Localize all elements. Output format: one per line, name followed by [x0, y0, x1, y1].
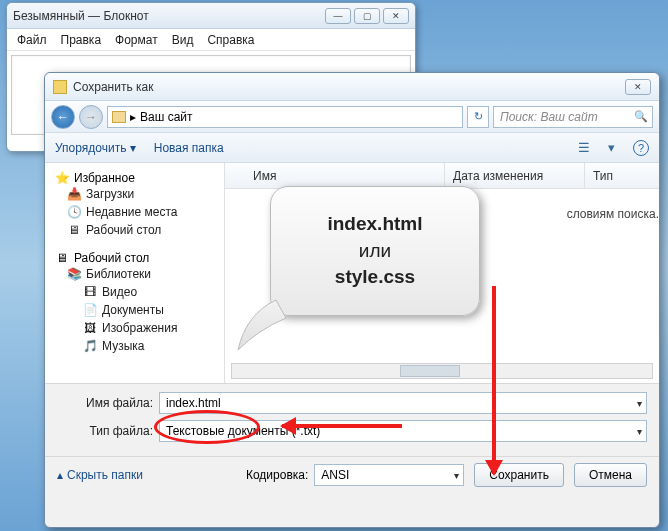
menu-view[interactable]: Вид	[172, 33, 194, 47]
cancel-button[interactable]: Отмена	[574, 463, 647, 487]
empty-message: словиям поиска.	[225, 189, 659, 221]
sidebar-group-desktop[interactable]: 🖥Рабочий стол	[49, 251, 220, 265]
notepad-titlebar[interactable]: Безымянный — Блокнот — ▢ ✕	[7, 3, 415, 29]
star-icon: ⭐	[55, 171, 69, 185]
back-button[interactable]: ←	[51, 105, 75, 129]
sidebar-item-recent[interactable]: 🕓Недавние места	[49, 203, 220, 221]
filename-input[interactable]: index.html	[159, 392, 647, 414]
col-type[interactable]: Тип	[585, 169, 659, 183]
sidebar-item-desktop[interactable]: 🖥Рабочий стол	[49, 221, 220, 239]
view-options-icon[interactable]: ▾	[608, 140, 615, 155]
refresh-button[interactable]: ↻	[467, 106, 489, 128]
col-date[interactable]: Дата изменения	[445, 163, 585, 188]
path-breadcrumb[interactable]: ▸ Ваш сайт	[107, 106, 463, 128]
sidebar-item-libraries[interactable]: 📚Библиотеки	[49, 265, 220, 283]
forward-button[interactable]: →	[79, 105, 103, 129]
hide-folders-link[interactable]: ▴Скрыть папки	[57, 468, 143, 482]
maximize-button[interactable]: ▢	[354, 8, 380, 24]
view-mode-icon[interactable]: ☰	[578, 140, 590, 155]
filename-label: Имя файла:	[57, 396, 159, 410]
menu-help[interactable]: Справка	[207, 33, 254, 47]
help-icon[interactable]: ?	[633, 140, 649, 156]
filetype-combo[interactable]: Текстовые документы (*.txt)	[159, 420, 647, 442]
video-icon: 🎞	[83, 285, 97, 299]
close-button[interactable]: ✕	[383, 8, 409, 24]
folder-icon	[112, 111, 126, 123]
scrollbar-thumb[interactable]	[400, 365, 460, 377]
path-sep: ▸	[130, 110, 136, 124]
sidebar-item-music[interactable]: 🎵Музыка	[49, 337, 220, 355]
organize-button[interactable]: Упорядочить ▾	[55, 141, 136, 155]
column-headers[interactable]: Имя Дата изменения Тип	[225, 163, 659, 189]
col-name[interactable]: Имя	[225, 163, 445, 188]
sidebar: ⭐Избранное 📥Загрузки 🕓Недавние места 🖥Ра…	[45, 163, 225, 383]
dialog-titlebar[interactable]: Сохранить как ✕	[45, 73, 659, 101]
notepad-title-text: Безымянный — Блокнот	[13, 9, 149, 23]
minimize-button[interactable]: —	[325, 8, 351, 24]
sidebar-item-documents[interactable]: 📄Документы	[49, 301, 220, 319]
desktop-icon: 🖥	[67, 223, 81, 237]
horizontal-scrollbar[interactable]	[231, 363, 653, 379]
documents-icon: 📄	[83, 303, 97, 317]
path-segment[interactable]: Ваш сайт	[140, 110, 193, 124]
encoding-combo[interactable]: ANSI	[314, 464, 464, 486]
libraries-icon: 📚	[67, 267, 81, 281]
desktop-icon: 🖥	[55, 251, 69, 265]
annotation-arrow-down	[488, 286, 500, 474]
dialog-close-button[interactable]: ✕	[625, 79, 651, 95]
dialog-toolbar: Упорядочить ▾ Новая папка ☰ ▾ ?	[45, 133, 659, 163]
encoding-label: Кодировка:	[246, 468, 308, 482]
chevron-up-icon: ▴	[57, 468, 63, 482]
music-icon: 🎵	[83, 339, 97, 353]
sidebar-item-downloads[interactable]: 📥Загрузки	[49, 185, 220, 203]
search-input[interactable]: Поиск: Ваш сайт	[493, 106, 653, 128]
save-dialog: Сохранить как ✕ ← → ▸ Ваш сайт ↻ Поиск: …	[44, 72, 660, 528]
images-icon: 🖼	[83, 321, 97, 335]
sidebar-group-favorites[interactable]: ⭐Избранное	[49, 171, 220, 185]
menu-edit[interactable]: Правка	[61, 33, 102, 47]
dialog-title-text: Сохранить как	[73, 80, 153, 94]
menu-file[interactable]: Файл	[17, 33, 47, 47]
downloads-icon: 📥	[67, 187, 81, 201]
menu-format[interactable]: Формат	[115, 33, 158, 47]
recent-icon: 🕓	[67, 205, 81, 219]
annotation-arrow-left	[282, 420, 402, 432]
folder-icon	[53, 80, 67, 94]
file-list[interactable]: Имя Дата изменения Тип словиям поиска.	[225, 163, 659, 383]
sidebar-item-video[interactable]: 🎞Видео	[49, 283, 220, 301]
new-folder-button[interactable]: Новая папка	[154, 141, 224, 155]
filetype-label: Тип файла:	[57, 424, 159, 438]
notepad-menubar: Файл Правка Формат Вид Справка	[7, 29, 415, 51]
sidebar-item-images[interactable]: 🖼Изображения	[49, 319, 220, 337]
nav-toolbar: ← → ▸ Ваш сайт ↻ Поиск: Ваш сайт	[45, 101, 659, 133]
